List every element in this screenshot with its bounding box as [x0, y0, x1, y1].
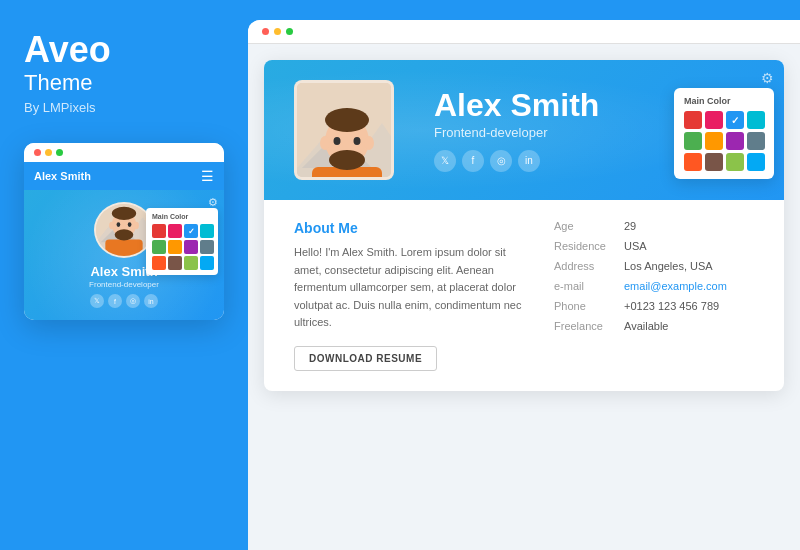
info-section: Age29ResidenceUSAAddressLos Angeles, USA… — [554, 220, 754, 371]
hamburger-icon[interactable]: ☰ — [201, 168, 214, 184]
info-row: Age29 — [554, 220, 754, 232]
svg-point-16 — [325, 108, 369, 132]
svg-point-20 — [334, 137, 341, 145]
phone-color-swatch-2[interactable] — [184, 224, 198, 238]
phone-social: 𝕏 f ◎ in — [90, 294, 158, 308]
dot-green — [56, 149, 63, 156]
browser-dot-red — [262, 28, 269, 35]
resume-avatar — [294, 80, 394, 180]
info-value-address: Los Angeles, USA — [624, 260, 713, 272]
resume-color-swatch-10[interactable] — [726, 153, 744, 171]
phone-color-swatch-9[interactable] — [168, 256, 182, 270]
resume-color-swatch-5[interactable] — [705, 132, 723, 150]
about-section: About Me Hello! I'm Alex Smith. Lorem ip… — [294, 220, 524, 371]
resume-body: About Me Hello! I'm Alex Smith. Lorem ip… — [264, 200, 784, 391]
phone-color-swatch-10[interactable] — [184, 256, 198, 270]
brand: Aveo Theme By LMPixels — [24, 32, 111, 115]
phone-color-swatch-8[interactable] — [152, 256, 166, 270]
phone-social-twitter[interactable]: 𝕏 — [90, 294, 104, 308]
browser-dot-yellow — [274, 28, 281, 35]
resume-role: Frontend-developer — [434, 125, 599, 140]
phone-color-swatch-1[interactable] — [168, 224, 182, 238]
resume-color-swatch-3[interactable] — [747, 111, 765, 129]
resume-color-swatch-8[interactable] — [684, 153, 702, 171]
info-label-e-mail: e-mail — [554, 280, 624, 292]
info-value-freelance: Available — [624, 320, 668, 332]
phone-mockup: Alex Smith ☰ ⚙ Main Color — [24, 143, 224, 320]
phone-social-facebook[interactable]: f — [108, 294, 122, 308]
phone-avatar-svg — [96, 202, 152, 256]
svg-point-9 — [117, 222, 121, 227]
resume-avatar-svg — [297, 83, 394, 180]
phone-color-swatch-4[interactable] — [152, 240, 166, 254]
resume-color-swatch-4[interactable] — [684, 132, 702, 150]
resume-social-instagram[interactable]: ◎ — [490, 150, 512, 172]
resume-card: ⚙ Main Color — [264, 60, 784, 391]
info-row: AddressLos Angeles, USA — [554, 260, 754, 272]
info-value-e-mail[interactable]: email@example.com — [624, 280, 727, 292]
info-row: Phone+0123 123 456 789 — [554, 300, 754, 312]
resume-hero: ⚙ Main Color — [264, 60, 784, 200]
phone-color-swatch-7[interactable] — [200, 240, 214, 254]
info-row: e-mailemail@example.com — [554, 280, 754, 292]
about-title-accent: Me — [338, 220, 357, 236]
svg-point-7 — [109, 221, 115, 228]
svg-point-6 — [115, 229, 134, 240]
dot-red — [34, 149, 41, 156]
info-label-address: Address — [554, 260, 624, 272]
about-text: Hello! I'm Alex Smith. Lorem ipsum dolor… — [294, 244, 524, 332]
svg-point-5 — [112, 207, 136, 220]
download-resume-button[interactable]: DOWNLOAD RESUME — [294, 346, 437, 371]
browser-bar — [248, 20, 800, 44]
info-value-age: 29 — [624, 220, 636, 232]
phone-color-swatch-0[interactable] — [152, 224, 166, 238]
resume-color-swatch-9[interactable] — [705, 153, 723, 171]
resume-gear-icon[interactable]: ⚙ — [761, 70, 774, 86]
resume-color-swatch-2[interactable] — [726, 111, 744, 129]
svg-rect-3 — [105, 239, 142, 256]
resume-hero-info: Alex Smith Frontend-developer 𝕏 f ◎ in — [434, 89, 599, 172]
svg-point-19 — [364, 136, 374, 150]
browser-dot-green — [286, 28, 293, 35]
info-label-freelance: Freelance — [554, 320, 624, 332]
resume-color-swatch-1[interactable] — [705, 111, 723, 129]
resume-social-facebook[interactable]: f — [462, 150, 484, 172]
left-panel: Aveo Theme By LMPixels Alex Smith ☰ ⚙ Ma… — [0, 0, 248, 550]
phone-nav-name: Alex Smith — [34, 170, 91, 182]
resume-social-twitter[interactable]: 𝕏 — [434, 150, 456, 172]
phone-color-grid — [152, 224, 212, 270]
resume-name: Alex Smith — [434, 89, 599, 121]
info-label-phone: Phone — [554, 300, 624, 312]
phone-color-picker: Main Color — [146, 208, 218, 275]
svg-point-21 — [354, 137, 361, 145]
info-label-age: Age — [554, 220, 624, 232]
svg-point-8 — [133, 221, 139, 228]
resume-color-swatch-6[interactable] — [726, 132, 744, 150]
phone-social-linkedin[interactable]: in — [144, 294, 158, 308]
about-title-plain: About — [294, 220, 338, 236]
phone-avatar — [94, 202, 154, 258]
dot-yellow — [45, 149, 52, 156]
info-label-residence: Residence — [554, 240, 624, 252]
resume-color-swatch-0[interactable] — [684, 111, 702, 129]
phone-color-swatch-5[interactable] — [168, 240, 182, 254]
svg-point-10 — [128, 222, 132, 227]
phone-color-swatch-6[interactable] — [184, 240, 198, 254]
phone-hero: ⚙ Main Color — [24, 190, 224, 320]
resume-color-picker-title: Main Color — [684, 96, 764, 106]
info-value-phone: +0123 123 456 789 — [624, 300, 719, 312]
resume-social-linkedin[interactable]: in — [518, 150, 540, 172]
info-value-residence: USA — [624, 240, 647, 252]
svg-point-17 — [329, 150, 365, 170]
info-row: FreelanceAvailable — [554, 320, 754, 332]
about-title: About Me — [294, 220, 524, 236]
brand-subtitle: Theme — [24, 70, 111, 96]
phone-social-instagram[interactable]: ◎ — [126, 294, 140, 308]
resume-color-swatch-11[interactable] — [747, 153, 765, 171]
resume-color-swatch-7[interactable] — [747, 132, 765, 150]
phone-nav: Alex Smith ☰ — [24, 162, 224, 190]
phone-color-swatch-11[interactable] — [200, 256, 214, 270]
phone-role: Frontend-developer — [89, 280, 159, 289]
resume-color-grid — [684, 111, 764, 171]
phone-color-swatch-3[interactable] — [200, 224, 214, 238]
